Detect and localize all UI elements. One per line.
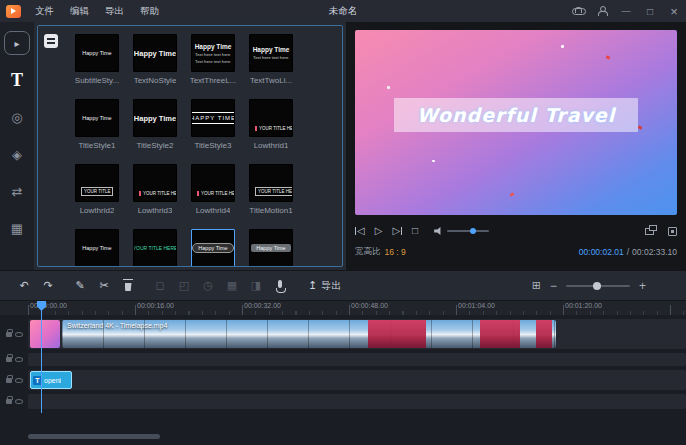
template-label: TextTwoLi... [250, 76, 292, 85]
volume-slider-knob[interactable] [470, 228, 476, 234]
template-thumbnail: Happy Time [75, 34, 119, 72]
maximize-button[interactable] [638, 0, 662, 22]
template-item[interactable]: YOUR TITLE HERE Lowthrid1 [242, 99, 300, 151]
edit-toolbar: ↶↷✎✂◻◰◷▦◨ ↥ 导出 ⊞ − + [0, 270, 686, 301]
toolbar-icon[interactable]: ◷ [198, 276, 218, 296]
template-label: SubtitleSty... [75, 76, 119, 85]
template-item[interactable]: YOUR TITLE HERE Lowthrid3 [126, 164, 184, 216]
preview-screen[interactable]: Wonderful Travel [355, 30, 677, 215]
menu-item[interactable]: 帮助 [132, 0, 167, 22]
toolbar-icon[interactable] [270, 276, 290, 296]
zoom-out-icon[interactable]: − [550, 280, 557, 292]
sidebar-item[interactable]: T [4, 68, 30, 92]
template-item[interactable]: Happy Time TitleStyle2 [126, 99, 184, 151]
template-item[interactable]: YOUR TITLE HERE TitleMotion1 [242, 164, 300, 216]
toolbar-icon[interactable]: ✂ [94, 276, 114, 296]
toolbar-icon[interactable]: ▦ [222, 276, 242, 296]
toolbar-icon[interactable]: ◻ [150, 276, 170, 296]
audio-track-body[interactable] [28, 353, 686, 366]
template-item[interactable]: HAPPY TIME TitleStyle3 [184, 99, 242, 151]
confetti-decoration [606, 55, 611, 59]
timeline-scrollbar[interactable] [28, 434, 676, 439]
text-track-body[interactable]: T openi [28, 370, 686, 390]
menu-item[interactable]: 编辑 [62, 0, 97, 22]
volume-slider[interactable] [447, 230, 489, 232]
app-logo-icon[interactable] [6, 5, 21, 18]
template-item[interactable]: YOUR TITLE HERE [126, 229, 184, 266]
extra-track-body[interactable] [28, 394, 686, 409]
template-category-icon[interactable] [44, 34, 58, 48]
playback-controls: ◁▷▷□ [355, 220, 677, 242]
template-item[interactable]: Happy Time TextNoStyle [126, 34, 184, 86]
template-item[interactable]: YOUR TITLE Lowthrid2 [68, 164, 126, 216]
timeline-zoom-slider[interactable] [566, 285, 630, 287]
ruler-timestamp: 00:00:00.00 [30, 302, 67, 309]
lock-icon[interactable] [6, 332, 12, 337]
visibility-icon[interactable] [15, 332, 23, 337]
video-clip[interactable]: Switzerland 4K - Timelapse.mp4 [62, 320, 556, 348]
detach-preview-icon[interactable] [645, 228, 654, 235]
opening-clip[interactable] [30, 320, 60, 348]
timeline-scrollbar-thumb[interactable] [28, 434, 160, 439]
sidebar-item[interactable]: ◎ [4, 105, 30, 129]
template-thumbnail: Happy Time [75, 229, 119, 266]
zoom-in-icon[interactable]: + [639, 280, 646, 292]
text-clip[interactable]: T openi [30, 371, 72, 389]
toolbar-icon[interactable]: ◰ [174, 276, 194, 296]
sidebar-item[interactable]: ▦ [4, 216, 30, 240]
sidebar-item[interactable]: ▸ [4, 31, 30, 55]
playhead[interactable] [41, 301, 42, 413]
template-item[interactable]: YOUR TITLE HERE Lowthrid4 [184, 164, 242, 216]
template-item[interactable]: Happy Time [184, 229, 242, 266]
template-item[interactable]: Happy Time SubtitleSty... [68, 34, 126, 86]
lock-icon[interactable] [6, 399, 12, 404]
main-area: ▸ T ◎ ◈ ⇄ ▦ [0, 22, 686, 270]
export-button[interactable]: ↥ 导出 [308, 279, 341, 293]
video-track-body[interactable]: Switzerland 4K - Timelapse.mp4 [28, 319, 686, 349]
sidebar-item[interactable]: ◈ [4, 142, 30, 166]
lock-icon[interactable] [6, 378, 12, 383]
menu-item[interactable]: 文件 [27, 0, 62, 22]
minimize-button[interactable] [614, 0, 638, 22]
toolbar-icon[interactable]: ✎ [70, 276, 90, 296]
fit-timeline-icon[interactable]: ⊞ [532, 279, 541, 292]
toolbar-icon[interactable] [118, 276, 138, 296]
template-item[interactable]: Happy TimeText here text here TextTwoLi.… [242, 34, 300, 86]
transport-button[interactable]: ▷ [392, 226, 402, 236]
template-item[interactable]: Happy Time [68, 229, 126, 266]
template-label: TextThreeL... [190, 76, 237, 85]
timeline-zoom-knob[interactable] [593, 282, 601, 290]
template-item[interactable]: Happy Time TitleStyle1 [68, 99, 126, 151]
volume-icon[interactable] [434, 227, 443, 236]
template-label: Lowthrid2 [80, 206, 115, 215]
cloud-sync-icon[interactable] [566, 0, 590, 22]
title-overlay[interactable]: Wonderful Travel [394, 98, 639, 132]
template-thumbnail: YOUR TITLE HERE [249, 164, 293, 202]
user-account-icon[interactable] [590, 0, 614, 22]
sidebar-item[interactable]: ⇄ [4, 179, 30, 203]
template-thumbnail: Happy Time [133, 34, 177, 72]
template-label: TitleStyle3 [194, 141, 231, 150]
visibility-icon[interactable] [15, 399, 23, 404]
toolbar-icon[interactable]: ↶ [14, 276, 34, 296]
aspect-ratio-value[interactable]: 16 : 9 [385, 247, 406, 257]
text-clip-label: openi [44, 377, 61, 384]
aspect-ratio-label: 宽高比 [355, 246, 381, 258]
title-overlay-text: Wonderful Travel [417, 104, 616, 126]
extra-track-header [0, 394, 28, 409]
transport-button[interactable]: ▷ [375, 226, 383, 236]
transport-button[interactable]: □ [412, 226, 418, 236]
menu-item[interactable]: 导出 [97, 0, 132, 22]
toolbar-icon[interactable]: ◨ [246, 276, 266, 296]
timeline-ruler[interactable]: 00:00:00.0000:00:16.0000:00:32.0000:00:4… [0, 301, 686, 315]
close-button[interactable] [662, 0, 686, 22]
visibility-icon[interactable] [15, 378, 23, 383]
transport-button[interactable]: ◁ [355, 226, 365, 236]
mute-icon[interactable] [15, 357, 23, 362]
confetti-decoration [561, 44, 565, 48]
template-item[interactable]: Happy Time [242, 229, 300, 266]
toolbar-icon[interactable]: ↷ [38, 276, 58, 296]
lock-icon[interactable] [6, 357, 12, 362]
template-item[interactable]: Happy TimeText here text hereText here t… [184, 34, 242, 86]
fullscreen-icon[interactable] [668, 227, 677, 236]
